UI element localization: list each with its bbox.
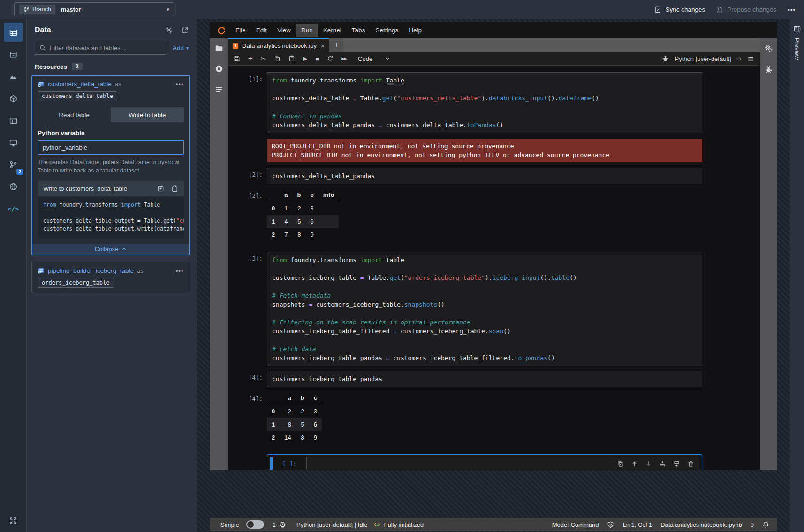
jupyter-statusbar: Simple 1 Python [user-default] | Idle Fu… [210, 518, 777, 531]
bell-icon[interactable] [762, 521, 769, 528]
paste-cells-button[interactable] [288, 55, 295, 62]
kernel-status-indicator[interactable]: Python [user-default] | Idle [296, 521, 368, 528]
menu-file[interactable]: File [230, 24, 251, 37]
code-icon: </> [8, 205, 18, 212]
insert-cell-above-icon[interactable] [659, 460, 666, 467]
code-cell-row: [1]:from foundry.transforms import Table… [228, 72, 760, 133]
mode-indicator[interactable]: Mode: Command [552, 521, 599, 528]
menu-kernel[interactable]: Kernel [318, 24, 347, 37]
tab-write-to-table[interactable]: Write to table [111, 107, 184, 122]
more-options-icon[interactable]: ••• [788, 6, 796, 13]
debugger-bug-icon[interactable] [662, 55, 669, 62]
preview-tab-label[interactable]: Preview [794, 38, 801, 60]
add-resource-button[interactable]: Add ▾ [173, 45, 189, 52]
kernel-name[interactable]: Python [user-default] [675, 55, 731, 62]
empty-cell-row: [ ]: [228, 454, 760, 470]
debugger-bug-icon[interactable] [765, 66, 773, 74]
code-cell-editor[interactable]: from foundry.transforms import Table cus… [267, 252, 702, 366]
menu-tabs[interactable]: Tabs [347, 24, 371, 37]
cursor-position[interactable]: Ln 1, Col 1 [622, 521, 652, 528]
error-output: ROOT_PROJECT_DIR not in environment, not… [267, 139, 702, 162]
code-cell-editor[interactable]: from foundry.transforms import Table cus… [267, 72, 702, 133]
menu-edit[interactable]: Edit [251, 24, 272, 37]
resource-name-link[interactable]: customers_delta_table [48, 81, 112, 88]
open-in-icon[interactable] [181, 26, 189, 34]
simple-mode-toggle[interactable] [246, 520, 264, 529]
lineage-graph-icon[interactable] [165, 26, 173, 34]
delete-cell-icon[interactable] [687, 460, 694, 467]
branch-select[interactable]: Branch master ▾ [14, 2, 174, 16]
menu-help[interactable]: Help [403, 24, 427, 37]
rail-item-apps[interactable] [4, 133, 23, 152]
property-inspector-icon[interactable] [764, 44, 773, 53]
selected-empty-cell[interactable]: [ ]: [267, 454, 702, 470]
sync-changes-button[interactable]: Sync changes [654, 6, 705, 13]
resource-card-customers-delta-table[interactable]: customers_delta_table as ••• customers_d… [31, 75, 190, 255]
terminals-indicator[interactable]: 1 [273, 521, 286, 528]
expand-panel-button[interactable] [9, 517, 17, 525]
new-tab-button[interactable]: + [329, 38, 343, 52]
restart-kernel-button[interactable] [327, 55, 334, 62]
resource-card-pipeline-builder-iceberg-table[interactable]: pipeline_builder_iceberg_table as ••• or… [31, 262, 190, 293]
rail-item-charts[interactable] [4, 67, 23, 86]
duplicate-cell-icon[interactable] [617, 460, 624, 467]
python-variable-label: Python variable [38, 129, 184, 136]
stop-kernel-button[interactable]: ■ [315, 55, 319, 62]
notifications-count: 0 [751, 521, 754, 528]
preview-panel-icon[interactable] [794, 25, 801, 32]
init-status-indicator[interactable]: Fully initialized [373, 521, 424, 528]
run-all-button[interactable]: ▶▶ [341, 56, 346, 61]
copy-snippet-icon[interactable] [171, 185, 178, 192]
trust-shield-icon[interactable] [607, 521, 614, 528]
propose-changes-button[interactable]: Propose changes [716, 6, 776, 13]
menu-view[interactable]: View [272, 24, 296, 37]
resource-name-link[interactable]: pipeline_builder_iceberg_table [48, 267, 134, 274]
insert-cell-button[interactable]: + [248, 54, 252, 63]
menu-run[interactable]: Run [296, 24, 318, 37]
copy-cells-button[interactable] [274, 55, 281, 62]
insert-cell-below-icon[interactable] [673, 460, 680, 467]
table-of-contents-icon[interactable] [215, 85, 223, 94]
more-options-icon[interactable]: ••• [176, 81, 184, 88]
cell-type-select[interactable]: Code [358, 55, 390, 62]
data-table-icon [9, 29, 17, 37]
file-browser-icon[interactable] [215, 44, 223, 52]
collapse-button[interactable]: Collapse [32, 244, 189, 255]
cell-prompt: [4]: [237, 371, 267, 387]
cut-cells-button[interactable]: ✂ [260, 55, 266, 62]
left-icon-rail: 2 </> [0, 19, 27, 532]
running-kernels-icon[interactable] [215, 65, 223, 73]
empty-cell-editor[interactable] [306, 457, 699, 470]
menu-settings[interactable]: Settings [370, 24, 403, 37]
cell-prompt: [2]: [237, 168, 267, 184]
code-cell-editor[interactable]: customers_iceberg_table_pandas [267, 371, 702, 387]
rail-item-branches[interactable]: 2 [4, 155, 23, 174]
statusbar-filename[interactable]: Data analytics notebook.ipynb [660, 521, 742, 528]
hamburger-menu-icon[interactable] [747, 55, 754, 62]
rail-item-web[interactable] [4, 177, 23, 196]
chevron-down-icon: ▾ [167, 7, 169, 13]
rail-item-data[interactable] [4, 23, 23, 42]
branch-label: Branch [32, 6, 51, 13]
chevron-up-icon [121, 247, 127, 252]
copy-icon [274, 55, 281, 62]
rail-item-storage[interactable] [4, 45, 23, 64]
resources-count-badge: 2 [72, 63, 83, 70]
notebook-tab[interactable]: Data analytics notebook.ipy × [228, 38, 329, 52]
run-cell-button[interactable]: ▶ [303, 55, 307, 62]
tab-read-table[interactable]: Read table [38, 107, 111, 122]
rail-item-code[interactable]: </> [4, 199, 23, 218]
more-options-icon[interactable]: ••• [176, 268, 184, 274]
move-cell-up-icon[interactable] [631, 460, 638, 467]
code-cell-editor[interactable]: customers_delta_table_pandas [267, 168, 702, 184]
close-tab-icon[interactable]: × [321, 42, 325, 50]
move-cell-down-icon[interactable] [645, 460, 652, 467]
filter-datasets-input[interactable]: Filter datasets and tables... [35, 41, 167, 55]
rail-item-layout[interactable] [4, 111, 23, 130]
python-variable-input[interactable]: python_variable [38, 140, 184, 155]
rail-item-objects[interactable] [4, 89, 23, 108]
insert-snippet-icon[interactable] [157, 185, 164, 192]
filter-placeholder: Filter datasets and tables... [50, 45, 126, 52]
simple-mode-label: Simple [220, 521, 239, 528]
save-button[interactable] [234, 55, 240, 62]
